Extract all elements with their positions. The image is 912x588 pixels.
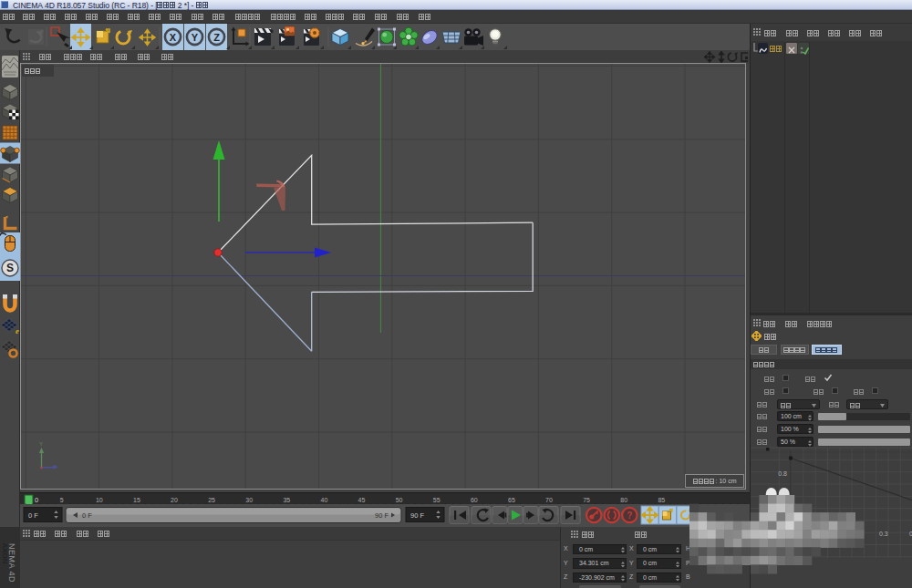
svg-text:55: 55 — [433, 497, 440, 503]
svg-text:Y: Y — [192, 32, 199, 43]
svg-text:15: 15 — [133, 497, 140, 503]
svg-text:75: 75 — [583, 497, 590, 503]
svg-text:0: 0 — [35, 496, 38, 504]
svg-text:30: 30 — [245, 497, 253, 503]
svg-text:0.8: 0.8 — [778, 470, 787, 477]
svg-text:40: 40 — [321, 497, 328, 503]
svg-text:45: 45 — [358, 497, 366, 503]
svg-text:60: 60 — [471, 497, 478, 503]
svg-text:70: 70 — [545, 497, 553, 503]
svg-text:0 F: 0 F — [28, 511, 38, 520]
svg-text:0.3: 0.3 — [879, 531, 888, 537]
svg-text:20: 20 — [171, 497, 178, 503]
svg-text:Y: Y — [39, 441, 43, 447]
svg-text:80: 80 — [620, 497, 627, 503]
svg-text:0 F: 0 F — [82, 511, 92, 520]
svg-text:90 F: 90 F — [375, 511, 389, 520]
svg-text:85: 85 — [658, 497, 665, 503]
svg-text:e: e — [16, 326, 19, 335]
svg-text:90 F: 90 F — [410, 511, 424, 520]
svg-text:65: 65 — [508, 497, 515, 503]
svg-text:S: S — [6, 262, 14, 274]
svg-text:?: ? — [627, 511, 632, 521]
svg-text:10: 10 — [96, 497, 103, 503]
svg-text:X: X — [170, 32, 177, 43]
svg-text:25: 25 — [208, 497, 215, 503]
svg-text:50: 50 — [396, 497, 403, 503]
svg-text:35: 35 — [283, 497, 290, 503]
svg-text:5: 5 — [60, 497, 64, 503]
svg-text:Z: Z — [213, 32, 220, 43]
